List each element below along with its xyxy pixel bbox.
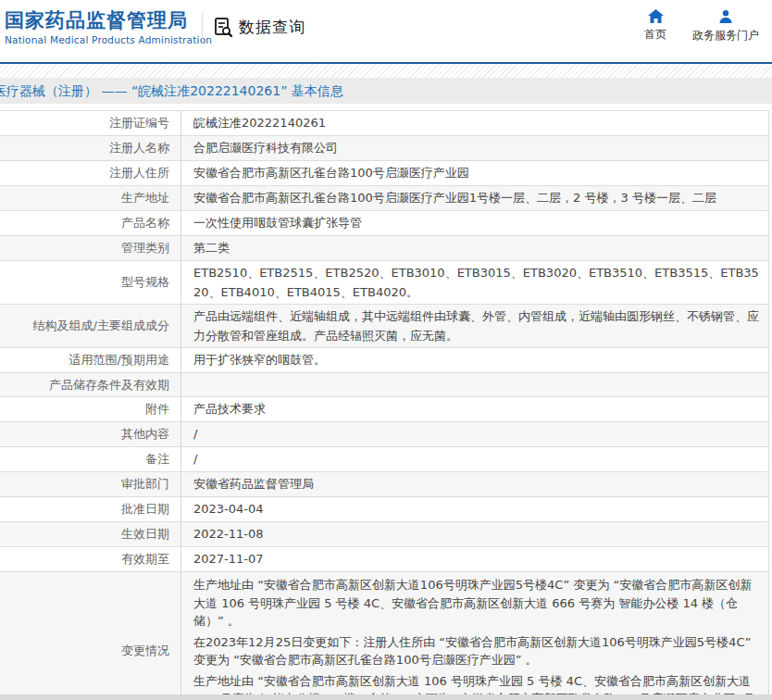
row-value: 皖械注准20222140261 xyxy=(181,111,768,135)
table-row: 产品名称一次性使用咽鼓管球囊扩张导管 xyxy=(0,211,768,236)
row-value: 合肥启灏医疗科技有限公司 xyxy=(181,136,768,160)
table-row: 结构及组成/主要组成成分产品由远端组件、近端轴组成，其中远端组件由球囊、外管、内… xyxy=(0,305,768,348)
row-label: 有效期至 xyxy=(0,547,181,571)
table-row: 有效期至2027-11-07 xyxy=(0,547,768,572)
change-paragraph: 在2023年12月25日变更如下：注册人住所由 “安徽省合肥市高新区创新大道10… xyxy=(193,633,759,669)
nav-home-label: 首页 xyxy=(644,27,666,43)
row-label: 审批部门 xyxy=(0,472,181,496)
row-value: 第二类 xyxy=(181,236,768,260)
row-value: 一次性使用咽鼓管球囊扩张导管 xyxy=(181,211,768,235)
row-label: 附件 xyxy=(0,397,181,421)
row-label: 注册人住所 xyxy=(0,161,181,185)
row-label: 变更情况 xyxy=(0,572,181,700)
nav-gov-portal[interactable]: 政务服务门户 xyxy=(689,9,763,44)
table-row: 审批部门安徽省药品监督管理局 xyxy=(0,472,768,497)
row-value: / xyxy=(181,447,768,471)
row-value: / xyxy=(181,422,768,446)
table-row: 注册人名称合肥启灏医疗科技有限公司 xyxy=(0,136,768,161)
row-label: 适用范围/预期用途 xyxy=(0,348,181,372)
table-row: 附件产品技术要求 xyxy=(0,397,768,422)
logo-subtitle: National Medical Products Administration xyxy=(5,34,212,45)
row-value: 产品由远端组件、近端轴组成，其中远端组件由球囊、外管、内管组成，近端轴由圆形钢丝… xyxy=(181,305,768,347)
footer-strip xyxy=(0,694,772,700)
hatch-band xyxy=(0,64,772,78)
row-value: 用于扩张狭窄的咽鼓管。 xyxy=(181,348,768,372)
table-row: 变更情况生产地址由 “安徽省合肥市高新区创新大道106号明珠产业园5号楼4C” … xyxy=(0,572,768,700)
home-icon xyxy=(648,9,664,27)
table-row: 生效日期2022-11-08 xyxy=(0,522,768,547)
table-row: 管理类别第二类 xyxy=(0,236,768,261)
nav-home[interactable]: 首页 xyxy=(639,9,672,43)
row-label: 结构及组成/主要组成成分 xyxy=(0,305,181,347)
row-label: 生产地址 xyxy=(0,186,181,210)
breadcrumb-bar: 医疗器械（注册） —— “皖械注准20222140261” 基本信息 xyxy=(0,78,772,104)
row-label: 产品名称 xyxy=(0,211,181,235)
table-row: 型号规格ETB2510、ETB2515、ETB2520、ETB3010、ETB3… xyxy=(0,261,768,305)
row-label: 注册证编号 xyxy=(0,111,181,135)
row-label: 注册人名称 xyxy=(0,136,181,160)
row-label: 产品储存条件及有效期 xyxy=(0,373,181,396)
row-value: 产品技术要求 xyxy=(181,397,768,421)
row-value: 安徽省药品监督管理局 xyxy=(181,472,768,496)
breadcrumb: 医疗器械（注册） —— “皖械注准20222140261” 基本信息 xyxy=(0,78,343,104)
logo-title: 国家药品监督管理局 xyxy=(5,8,212,32)
user-icon xyxy=(718,9,733,28)
table-row: 生产地址安徽省合肥市高新区孔雀台路100号启灏医疗产业园1号楼一层、二层，2 号… xyxy=(0,186,768,211)
nav-portal-label: 政务服务门户 xyxy=(692,28,759,44)
table-row: 批准日期2023-04-04 xyxy=(0,497,768,522)
row-label: 备注 xyxy=(0,447,181,471)
row-label: 型号规格 xyxy=(0,261,181,304)
registration-info-table: 注册证编号皖械注准20222140261注册人名称合肥启灏医疗科技有限公司注册人… xyxy=(0,110,769,700)
table-row: 适用范围/预期用途用于扩张狭窄的咽鼓管。 xyxy=(0,348,768,373)
table-row: 注册证编号皖械注准20222140261 xyxy=(0,111,768,136)
row-label: 生效日期 xyxy=(0,522,181,546)
table-row: 其他内容/ xyxy=(0,422,768,447)
data-query-heading: 数据查询 xyxy=(212,16,305,38)
row-label: 管理类别 xyxy=(0,236,181,260)
data-query-label: 数据查询 xyxy=(239,17,305,38)
row-value: 生产地址由 “安徽省合肥市高新区创新大道106号明珠产业园5号楼4C” 变更为 … xyxy=(181,572,768,700)
document-search-icon xyxy=(212,16,234,38)
table-row: 产品储存条件及有效期 xyxy=(0,373,768,397)
row-label: 批准日期 xyxy=(0,497,181,521)
row-value: 2023-04-04 xyxy=(181,497,768,521)
header-divider xyxy=(202,13,203,44)
table-row: 备注/ xyxy=(0,447,768,472)
row-value: 2027-11-07 xyxy=(181,547,768,571)
table-row: 注册人住所安徽省合肥市高新区孔雀台路100号启灏医疗产业园 xyxy=(0,161,768,186)
row-value: 2022-11-08 xyxy=(181,522,768,546)
row-value: 安徽省合肥市高新区孔雀台路100号启灏医疗产业园 xyxy=(181,161,768,185)
row-value: ETB2510、ETB2515、ETB2520、ETB3010、ETB3015、… xyxy=(181,261,768,304)
row-value xyxy=(181,373,768,396)
page-header: 国家药品监督管理局 National Medical Products Admi… xyxy=(0,0,772,62)
change-paragraph: 生产地址由 “安徽省合肥市高新区创新大道106号明珠产业园5号楼4C” 变更为 … xyxy=(193,576,759,631)
row-value: 安徽省合肥市高新区孔雀台路100号启灏医疗产业园1号楼一层、二层，2 号楼，3 … xyxy=(181,186,768,210)
row-label: 其他内容 xyxy=(0,422,181,446)
nmpa-logo[interactable]: 国家药品监督管理局 National Medical Products Admi… xyxy=(5,8,212,45)
